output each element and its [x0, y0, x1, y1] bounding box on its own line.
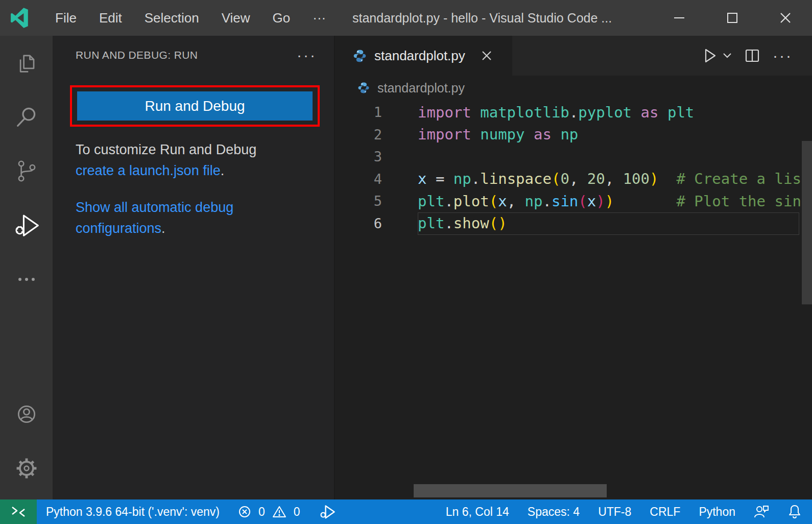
code-line-1[interactable]: 1import matplotlib.pyplot as plt — [335, 101, 812, 124]
tab-bar: standardplot.py ··· — [335, 36, 812, 76]
account-icon — [12, 400, 41, 428]
activity-account-button[interactable] — [0, 387, 53, 441]
activity-settings-button[interactable] — [0, 441, 53, 495]
hint-period-2: . — [161, 221, 165, 236]
vscode-logo-icon — [9, 8, 30, 28]
maximize-button[interactable] — [706, 0, 759, 36]
menu-selection[interactable]: Selection — [133, 0, 210, 36]
menu-file[interactable]: File — [44, 0, 88, 36]
line-number: 4 — [335, 171, 382, 187]
menu-bar: File Edit Selection View Go ··· — [44, 0, 337, 36]
feedback-button[interactable] — [745, 499, 778, 524]
show-debug-configs-link[interactable]: Show all automatic debug configurations — [76, 200, 233, 236]
indentation-status[interactable]: Spaces: 4 — [518, 499, 589, 524]
horizontal-scrollbar[interactable] — [414, 484, 607, 497]
code-text: import numpy as np — [382, 126, 578, 143]
eol-label: CRLF — [650, 505, 680, 519]
menu-more[interactable]: ··· — [301, 0, 337, 36]
code-text: plt.show() — [382, 215, 507, 232]
remote-indicator[interactable] — [0, 499, 37, 524]
spaces-label: Spaces: 4 — [528, 505, 580, 519]
notifications-button[interactable] — [778, 499, 805, 524]
code-line-3[interactable]: 3 — [335, 146, 812, 168]
python-file-icon — [353, 49, 367, 63]
run-and-debug-button[interactable]: Run and Debug — [77, 91, 313, 121]
remote-icon — [10, 504, 27, 519]
line-number: 2 — [335, 127, 382, 142]
error-icon — [238, 505, 251, 518]
activity-run-debug-button[interactable] — [0, 198, 53, 252]
settings-gear-icon — [13, 455, 40, 482]
vertical-scrollbar[interactable] — [802, 141, 812, 304]
minimize-button[interactable] — [653, 0, 706, 36]
run-play-icon — [702, 47, 718, 64]
eol-status[interactable]: CRLF — [640, 499, 689, 524]
code-line-6[interactable]: 6plt.show() — [335, 212, 812, 235]
problems-status[interactable]: 0 0 — [229, 499, 309, 524]
cursor-position-status[interactable]: Ln 6, Col 14 — [437, 499, 518, 524]
encoding-status[interactable]: UTF-8 — [589, 499, 640, 524]
sidebar-more-actions-icon[interactable]: ··· — [297, 53, 317, 58]
code-lines: 1import matplotlib.pyplot as plt2import … — [335, 101, 812, 234]
code-text: import matplotlib.pyplot as plt — [382, 104, 694, 121]
python-interpreter-status[interactable]: Python 3.9.6 64-bit ('.venv': venv) — [37, 499, 229, 524]
activity-bar — [0, 36, 53, 499]
line-number: 1 — [335, 104, 382, 120]
show-configs-hint: Show all automatic debug configurations. — [76, 197, 280, 239]
more-icon — [13, 266, 40, 293]
split-editor-icon[interactable] — [744, 47, 760, 64]
breadcrumb-filename: standardplot.py — [377, 81, 465, 96]
activity-search-button[interactable] — [0, 90, 53, 144]
status-bar: Python 3.9.6 64-bit ('.venv': venv) 0 0 … — [0, 499, 812, 524]
red-highlight-annotation: Run and Debug — [70, 85, 320, 127]
activity-source-control-button[interactable] — [0, 144, 53, 198]
code-line-4[interactable]: 4x = np.linspace(0, 20, 100) # Create a … — [335, 168, 812, 190]
run-python-file-button[interactable] — [702, 47, 732, 64]
python-version-label: Python 3.9.6 64-bit ('.venv': venv) — [46, 505, 220, 519]
line-number: 5 — [335, 193, 382, 209]
chevron-down-icon[interactable] — [723, 53, 732, 59]
language-mode-status[interactable]: Python — [689, 499, 745, 524]
explorer-icon — [13, 49, 40, 77]
encoding-label: UTF-8 — [598, 505, 631, 519]
source-control-icon — [13, 158, 40, 184]
sidebar-title: RUN AND DEBUG: RUN — [76, 49, 297, 61]
breadcrumb[interactable]: standardplot.py — [335, 76, 812, 100]
menu-view[interactable]: View — [210, 0, 261, 36]
close-icon — [779, 11, 792, 25]
minimize-icon — [673, 11, 686, 25]
window-controls — [653, 0, 812, 36]
menu-edit[interactable]: Edit — [88, 0, 133, 36]
warning-count: 0 — [294, 505, 300, 519]
code-text: x = np.linspace(0, 20, 100) # Create a l… — [382, 170, 810, 187]
activity-explorer-button[interactable] — [0, 36, 53, 90]
bell-icon — [787, 504, 802, 519]
run-debug-sidebar: RUN AND DEBUG: RUN ··· Run and Debug To … — [53, 36, 335, 499]
run-debug-icon — [12, 211, 41, 240]
create-launch-json-link[interactable]: create a launch.json file — [76, 163, 221, 178]
line-col-label: Ln 6, Col 14 — [446, 505, 509, 519]
tab-standardplot[interactable]: standardplot.py — [335, 36, 512, 76]
hint-period: . — [221, 163, 225, 178]
activity-more-button[interactable] — [0, 252, 53, 306]
error-count: 0 — [258, 505, 265, 519]
tab-filename: standardplot.py — [374, 48, 465, 64]
debug-status[interactable] — [309, 499, 345, 524]
title-bar: File Edit Selection View Go ··· standard… — [0, 0, 812, 36]
editor-actions: ··· — [702, 36, 812, 76]
customize-hint-text: To customize Run and Debug create a laun… — [76, 139, 290, 181]
line-number: 3 — [335, 149, 382, 164]
hint-prefix: To customize Run and Debug — [76, 139, 290, 160]
menu-go[interactable]: Go — [261, 0, 302, 36]
code-line-2[interactable]: 2import numpy as np — [335, 124, 812, 146]
python-file-icon — [357, 82, 370, 94]
close-window-button[interactable] — [759, 0, 812, 36]
window-title: standardplot.py - hello - Visual Studio … — [352, 0, 612, 36]
tab-close-button[interactable] — [481, 50, 492, 61]
more-actions-icon[interactable]: ··· — [773, 53, 793, 58]
code-editor[interactable]: 1import matplotlib.pyplot as plt2import … — [335, 100, 812, 499]
search-icon — [13, 103, 40, 131]
warning-icon — [272, 505, 286, 518]
feedback-icon — [754, 505, 769, 519]
code-line-5[interactable]: 5plt.plot(x, np.sin(x)) # Plot the sine — [335, 190, 812, 212]
